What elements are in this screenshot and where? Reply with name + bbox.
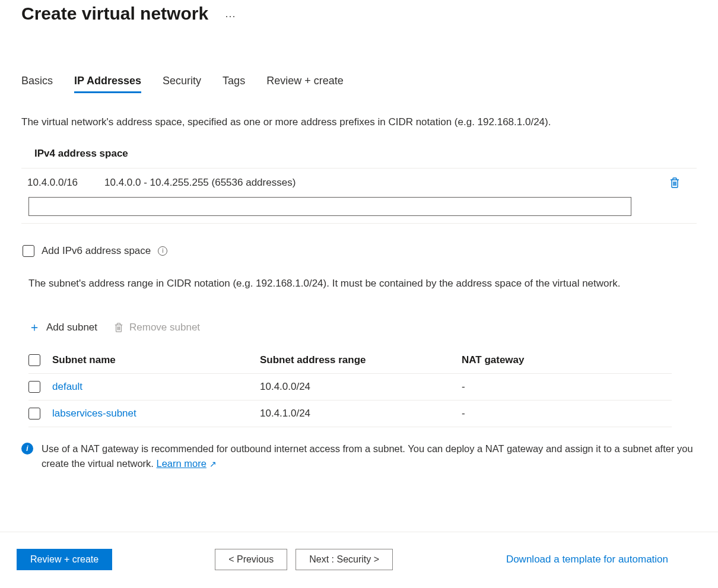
info-banner-text: Use of a NAT gateway is recommended for … xyxy=(42,443,693,469)
address-space-input[interactable] xyxy=(28,197,631,216)
subnet-range: 10.4.0.0/24 xyxy=(260,381,462,393)
tab-basics[interactable]: Basics xyxy=(21,75,53,93)
col-subnet-range: Subnet address range xyxy=(260,354,462,366)
subnet-description: The subnet's address range in CIDR notat… xyxy=(28,276,669,291)
row-checkbox[interactable] xyxy=(28,408,40,419)
review-create-button[interactable]: Review + create xyxy=(17,549,112,570)
more-icon[interactable]: ⋯ xyxy=(225,5,237,23)
select-all-checkbox[interactable] xyxy=(28,354,40,366)
address-space-description: The virtual network's address space, spe… xyxy=(21,115,697,130)
add-subnet-label: Add subnet xyxy=(46,322,97,333)
subnet-range: 10.4.1.0/24 xyxy=(260,408,462,419)
tab-ip-addresses[interactable]: IP Addresses xyxy=(74,75,141,93)
subnet-name-link[interactable]: default xyxy=(52,381,82,392)
remove-subnet-label: Remove subnet xyxy=(129,322,200,333)
col-subnet-name: Subnet name xyxy=(52,354,260,366)
subnet-nat: - xyxy=(462,408,672,419)
info-icon[interactable]: i xyxy=(158,246,167,256)
address-range: 10.4.0.0 - 10.4.255.255 (65536 addresses… xyxy=(104,177,659,189)
subnet-table: Subnet name Subnet address range NAT gat… xyxy=(28,347,672,427)
info-icon: i xyxy=(21,443,33,454)
col-nat-gateway: NAT gateway xyxy=(462,354,672,366)
table-row: default 10.4.0.0/24 - xyxy=(28,374,672,401)
page-title: Create virtual network xyxy=(21,4,208,24)
row-checkbox[interactable] xyxy=(28,381,40,393)
remove-subnet-button: Remove subnet xyxy=(114,322,200,333)
previous-button[interactable]: < Previous xyxy=(215,549,287,570)
ipv6-label: Add IPv6 address space xyxy=(42,245,151,257)
tab-review-create[interactable]: Review + create xyxy=(266,75,344,93)
learn-more-link[interactable]: Learn more xyxy=(157,458,206,469)
tab-tags[interactable]: Tags xyxy=(223,75,245,93)
delete-address-space-button[interactable] xyxy=(659,177,691,189)
footer: Review + create < Previous Next : Securi… xyxy=(0,532,718,588)
subnet-nat: - xyxy=(462,381,672,393)
subnet-header-row: Subnet name Subnet address range NAT gat… xyxy=(28,347,672,374)
external-link-icon: ↗ xyxy=(209,459,217,469)
next-button[interactable]: Next : Security > xyxy=(296,549,393,570)
address-space-row: 10.4.0.0/16 10.4.0.0 - 10.4.255.255 (655… xyxy=(21,169,697,197)
info-banner: i Use of a NAT gateway is recommended fo… xyxy=(21,441,697,471)
tabs: Basics IP Addresses Security Tags Review… xyxy=(21,75,697,93)
trash-icon xyxy=(114,322,123,333)
address-cidr: 10.4.0.0/16 xyxy=(27,177,104,189)
download-template-link[interactable]: Download a template for automation xyxy=(506,554,668,565)
ipv6-checkbox[interactable] xyxy=(23,245,34,257)
add-subnet-button[interactable]: ＋ Add subnet xyxy=(28,319,97,335)
subnet-name-link[interactable]: labservices-subnet xyxy=(52,408,136,419)
plus-icon: ＋ xyxy=(28,319,40,335)
ipv4-header: IPv4 address space xyxy=(21,148,697,169)
table-row: labservices-subnet 10.4.1.0/24 - xyxy=(28,401,672,427)
trash-icon xyxy=(669,177,680,189)
tab-security[interactable]: Security xyxy=(163,75,201,93)
